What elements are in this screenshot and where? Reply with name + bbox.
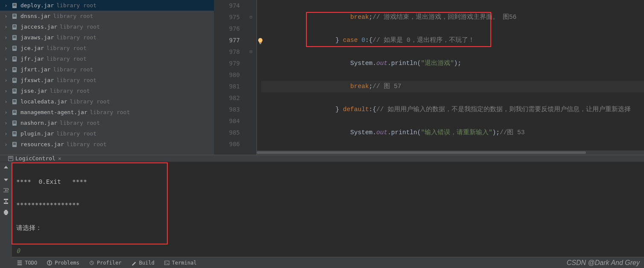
up-icon[interactable] bbox=[3, 165, 9, 171]
svg-rect-47 bbox=[13, 123, 16, 124]
code-editor[interactable]: 974 975 976 977 978 979 980 981 982 983 … bbox=[214, 0, 644, 155]
svg-rect-43 bbox=[13, 112, 16, 113]
tree-item[interactable]: ›jaccess.jarlibrary root bbox=[0, 21, 214, 32]
tree-item-label: jfxswt.jar bbox=[20, 77, 54, 83]
svg-rect-7 bbox=[13, 16, 16, 17]
tree-item[interactable]: ›nashorn.jarlibrary root bbox=[0, 118, 214, 128]
jar-icon bbox=[11, 45, 18, 52]
svg-rect-49 bbox=[13, 132, 16, 133]
tree-item[interactable]: ›localedata.jarlibrary root bbox=[0, 96, 214, 107]
svg-rect-41 bbox=[13, 111, 16, 111]
print-icon[interactable] bbox=[3, 209, 9, 216]
chevron-right-icon: › bbox=[3, 67, 9, 72]
tree-item[interactable]: ›jfr.jarlibrary root bbox=[0, 53, 214, 64]
svg-rect-35 bbox=[13, 91, 16, 91]
svg-rect-53 bbox=[13, 143, 16, 143]
console-line: ***************** bbox=[16, 199, 640, 211]
svg-rect-50 bbox=[13, 133, 16, 133]
down-icon[interactable] bbox=[3, 176, 9, 183]
line-number: 986 bbox=[214, 138, 240, 150]
tree-item-suffix: library root bbox=[60, 24, 100, 30]
svg-rect-6 bbox=[13, 15, 16, 16]
jar-icon bbox=[11, 56, 18, 62]
line-number: 979 bbox=[214, 58, 240, 69]
svg-rect-39 bbox=[13, 102, 16, 102]
chevron-right-icon: › bbox=[3, 78, 9, 83]
jar-icon bbox=[11, 34, 18, 41]
tree-item-label: jaccess.jar bbox=[20, 24, 57, 30]
tree-item[interactable]: ›dnsns.jarlibrary root bbox=[0, 11, 214, 21]
svg-rect-11 bbox=[13, 27, 16, 27]
chevron-right-icon: › bbox=[3, 142, 9, 147]
svg-rect-21 bbox=[13, 57, 16, 58]
tree-item[interactable]: ›resources.jarlibrary root bbox=[0, 139, 214, 150]
chevron-right-icon: › bbox=[3, 99, 9, 104]
tree-item-suffix: library root bbox=[56, 2, 96, 9]
svg-rect-62 bbox=[5, 214, 7, 215]
tree-item[interactable]: ›deploy.jarlibrary root bbox=[0, 0, 214, 11]
close-icon[interactable]: × bbox=[58, 155, 61, 162]
tree-item-suffix: library root bbox=[53, 13, 93, 19]
run-config-icon bbox=[8, 156, 14, 162]
tree-item-suffix: library root bbox=[60, 120, 100, 126]
project-tree[interactable]: ›deploy.jarlibrary root ›dnsns.jarlibrar… bbox=[0, 0, 214, 155]
tree-item-label: plugin.jar bbox=[20, 130, 54, 137]
horizontal-scrollbar[interactable] bbox=[257, 150, 644, 155]
svg-rect-45 bbox=[13, 121, 16, 122]
code-area[interactable]: break;// 游戏结束，退出游戏，回到游戏主界面。 图56 } case 0… bbox=[257, 0, 644, 155]
tree-item-suffix: library root bbox=[47, 45, 87, 51]
tree-item-suffix: library root bbox=[56, 77, 96, 83]
svg-rect-3 bbox=[13, 6, 16, 6]
chevron-right-icon: › bbox=[3, 121, 9, 126]
jar-icon bbox=[11, 141, 18, 148]
jar-icon bbox=[11, 120, 18, 127]
svg-rect-2 bbox=[13, 5, 16, 5]
fold-icon[interactable]: ⊟ bbox=[250, 49, 255, 54]
run-tab[interactable]: LogicControl × bbox=[8, 155, 61, 162]
svg-rect-59 bbox=[9, 158, 12, 159]
soft-wrap-icon[interactable] bbox=[3, 187, 9, 194]
chevron-right-icon: › bbox=[3, 35, 9, 40]
tree-item[interactable]: ›plugin.jarlibrary root bbox=[0, 128, 214, 139]
tree-item[interactable]: ›javaws.jarlibrary root bbox=[0, 32, 214, 43]
line-number: 984 bbox=[214, 115, 240, 127]
svg-rect-58 bbox=[9, 157, 12, 157]
svg-rect-14 bbox=[13, 37, 16, 37]
jar-icon bbox=[11, 13, 18, 20]
chevron-right-icon: › bbox=[3, 56, 9, 62]
tree-item[interactable]: ›jce.jarlibrary root bbox=[0, 43, 214, 53]
chevron-right-icon: › bbox=[3, 110, 9, 115]
svg-rect-54 bbox=[13, 144, 16, 144]
tree-item-label: jce.jar bbox=[20, 45, 44, 51]
tree-item[interactable]: ›jsse.jarlibrary root bbox=[0, 85, 214, 96]
svg-rect-46 bbox=[13, 122, 16, 123]
run-tab-label: LogicControl bbox=[15, 155, 55, 162]
fold-column: ⊟ ⊟ bbox=[248, 0, 257, 155]
svg-rect-5 bbox=[13, 15, 16, 15]
tree-item-label: nashorn.jar bbox=[20, 120, 57, 126]
jar-icon bbox=[11, 98, 18, 105]
tree-item-suffix: library root bbox=[50, 88, 90, 94]
tree-item-label: deploy.jar bbox=[20, 2, 54, 9]
scroll-icon[interactable] bbox=[3, 198, 9, 205]
tree-item[interactable]: ›management-agent.jarlibrary root bbox=[0, 107, 214, 118]
svg-rect-55 bbox=[13, 144, 16, 145]
line-number: 978 bbox=[214, 46, 240, 58]
tree-item-label: jfr.jar bbox=[20, 56, 44, 62]
tree-item-suffix: library root bbox=[70, 98, 110, 105]
chevron-right-icon: › bbox=[3, 46, 9, 51]
svg-rect-51 bbox=[13, 134, 16, 134]
line-number: 981 bbox=[214, 81, 240, 92]
tree-item-suffix: library root bbox=[47, 56, 87, 62]
tree-item[interactable]: ›jfxrt.jarlibrary root bbox=[0, 64, 214, 75]
line-number: 980 bbox=[214, 69, 240, 81]
svg-rect-61 bbox=[5, 210, 7, 211]
svg-rect-37 bbox=[13, 100, 16, 100]
chevron-right-icon: › bbox=[3, 24, 9, 29]
tree-item[interactable]: ›jfxswt.jarlibrary root bbox=[0, 75, 214, 85]
tree-item-label: management-agent.jar bbox=[20, 109, 87, 115]
tree-item-label: localedata.jar bbox=[20, 98, 67, 105]
console-output[interactable]: **** 0.Exit **** ***************** 请选择： … bbox=[12, 162, 644, 268]
fold-icon[interactable]: ⊟ bbox=[250, 15, 255, 20]
svg-rect-38 bbox=[13, 101, 16, 101]
